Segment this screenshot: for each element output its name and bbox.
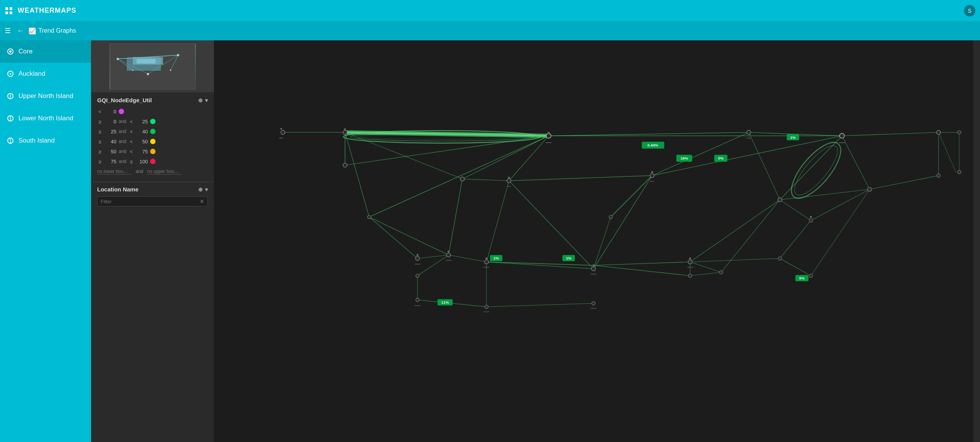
- app-grid-icon: [5, 7, 13, 15]
- svg-point-164: [810, 216, 812, 218]
- svg-text:━━: ━━: [507, 185, 511, 188]
- right-strip: [973, 40, 980, 442]
- legend-lower-bound-input[interactable]: [97, 169, 132, 174]
- map-area[interactable]: ● ━━ ━━━ ━━ ━━━: [214, 40, 973, 442]
- legend-section: GQI_NodeEdge_Util ⊕ ▾ < 0 ≥ 0 and < 25: [91, 92, 214, 182]
- svg-point-105: [343, 163, 347, 167]
- legend-row-0: < 0: [97, 107, 208, 116]
- back-icon[interactable]: ←: [17, 27, 24, 35]
- sidebar-item-auckland[interactable]: Auckland: [0, 63, 91, 85]
- svg-text:━━: ━━: [279, 136, 283, 140]
- user-avatar[interactable]: S: [964, 5, 975, 17]
- top-bar: WEATHERMAPS S: [0, 0, 980, 21]
- app-title: WEATHERMAPS: [18, 7, 975, 15]
- legend-val-5: 75: [105, 159, 116, 165]
- svg-rect-2: [5, 12, 8, 14]
- location-filter-icon[interactable]: ⊕: [198, 186, 203, 193]
- legend-row-4: ≥ 50 and < 75: [97, 147, 208, 156]
- main-layout: Core Auckland Upper North Island: [0, 40, 980, 442]
- location-expand-icon[interactable]: ▾: [205, 186, 208, 193]
- svg-point-117: [485, 260, 489, 264]
- svg-text:━━━: ━━━: [590, 307, 596, 310]
- legend-and-2: and: [119, 129, 126, 134]
- legend-dot-1: [150, 119, 156, 124]
- lower-north-icon: [6, 114, 15, 123]
- legend-expand-icon[interactable]: ▾: [205, 97, 208, 103]
- svg-text:0.44%: 0.44%: [647, 143, 658, 147]
- legend-title: GQI_NodeEdge_Util ⊕ ▾: [97, 97, 208, 103]
- legend-op-4: ≥: [97, 149, 103, 155]
- svg-point-118: [591, 267, 596, 271]
- legend-title-text: GQI_NodeEdge_Util: [97, 97, 152, 103]
- sidebar-item-auckland-label: Auckland: [18, 70, 45, 78]
- legend-dot-4: [150, 149, 156, 154]
- svg-point-124: [416, 274, 419, 277]
- svg-point-108: [650, 173, 654, 178]
- trend-graphs-label: 📈 Trend Graphs: [28, 27, 76, 35]
- legend-op-0: <: [97, 109, 103, 115]
- svg-point-109: [609, 215, 612, 219]
- legend-op-1: ≥: [97, 119, 103, 125]
- svg-text:●: ●: [280, 127, 282, 131]
- svg-point-115: [416, 256, 420, 261]
- sidebar-item-south-island[interactable]: South Island: [0, 130, 91, 152]
- svg-text:1%: 1%: [493, 256, 499, 260]
- legend-row-5: ≥ 75 and ≤ 100: [97, 157, 208, 166]
- trend-graphs-icon: 📈: [28, 27, 36, 35]
- svg-rect-18: [132, 57, 163, 65]
- svg-point-98: [937, 130, 941, 135]
- svg-point-26: [170, 69, 171, 71]
- svg-text:━━━: ━━━: [590, 273, 596, 276]
- legend-val-1: 0: [105, 119, 116, 125]
- svg-text:━━━: ━━━: [839, 141, 845, 145]
- svg-text:━━: ━━: [747, 136, 751, 140]
- sidebar-item-upper-north-island[interactable]: Upper North Island: [0, 85, 91, 107]
- legend-and-4: and: [119, 149, 126, 154]
- location-section: Location Name ⊕ ▾ ✕: [91, 182, 214, 210]
- svg-point-123: [809, 274, 813, 277]
- upper-north-icon: [6, 92, 15, 100]
- legend-op-3: ≥: [97, 139, 103, 145]
- svg-text:━━━: ━━━: [414, 263, 420, 266]
- sidebar-item-core-label: Core: [18, 48, 33, 55]
- sidebar-item-core[interactable]: Core: [0, 40, 91, 63]
- legend-val-2b: 40: [136, 129, 148, 135]
- svg-point-127: [592, 302, 595, 305]
- sidebar-item-lower-north-island[interactable]: Lower North Island: [0, 107, 91, 130]
- svg-point-97: [839, 133, 844, 138]
- svg-point-5: [9, 50, 12, 53]
- network-map-svg: ● ━━ ━━━ ━━ ━━━: [214, 40, 973, 442]
- svg-rect-0: [5, 7, 8, 10]
- legend-val-0: 0: [105, 109, 116, 115]
- location-filter-clear-icon[interactable]: ✕: [200, 198, 204, 204]
- secondary-bar: ☰ ← 📈 Trend Graphs: [0, 21, 980, 40]
- legend-dot-3: [150, 139, 156, 144]
- map-thumbnail[interactable]: [109, 43, 196, 90]
- svg-point-93: [281, 130, 285, 135]
- svg-point-112: [937, 174, 940, 177]
- svg-point-120: [720, 271, 723, 274]
- svg-text:━━━: ━━━: [445, 259, 452, 262]
- svg-text:━━━: ━━━: [483, 266, 489, 269]
- location-title-text: Location Name: [97, 186, 139, 193]
- legend-dot-5: [150, 159, 156, 164]
- svg-point-119: [688, 260, 692, 264]
- side-panel: GQI_NodeEdge_Util ⊕ ▾ < 0 ≥ 0 and < 25: [91, 40, 214, 442]
- svg-point-107: [507, 179, 511, 183]
- sidebar-item-upper-north-label: Upper North Island: [18, 92, 73, 100]
- svg-point-155: [344, 128, 346, 130]
- legend-row-3: ≥ 40 and < 50: [97, 137, 208, 146]
- svg-point-158: [651, 171, 653, 173]
- svg-text:━━━: ━━━: [687, 266, 693, 269]
- svg-point-162: [593, 264, 594, 266]
- south-icon: [6, 136, 15, 145]
- legend-val-4: 50: [105, 149, 116, 155]
- svg-point-122: [809, 219, 813, 222]
- menu-icon[interactable]: ☰: [5, 27, 11, 35]
- legend-op-5b: ≤: [129, 159, 134, 165]
- svg-text:11%: 11%: [441, 300, 449, 304]
- legend-upper-bound-input[interactable]: [147, 169, 182, 174]
- location-filter-input[interactable]: [101, 199, 200, 204]
- legend-filter-icon[interactable]: ⊕: [198, 97, 203, 103]
- svg-point-110: [778, 198, 782, 202]
